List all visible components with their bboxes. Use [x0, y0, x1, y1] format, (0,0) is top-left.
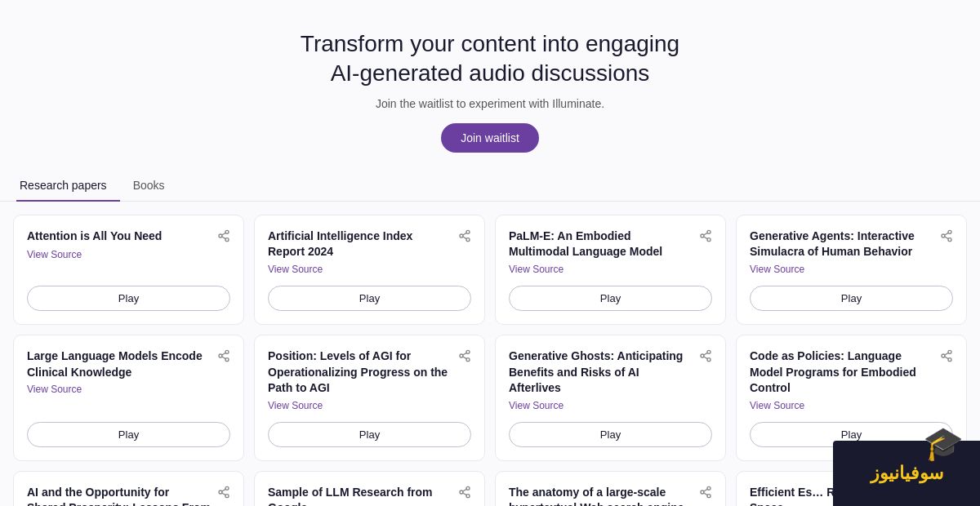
- tab-books[interactable]: Books: [120, 172, 178, 202]
- svg-line-3: [222, 237, 226, 239]
- view-source-link[interactable]: View Source: [750, 264, 804, 275]
- view-source-link[interactable]: View Source: [27, 384, 82, 395]
- share-icon[interactable]: [217, 486, 230, 502]
- card-item: Attention is All You Need View Source Pl…: [13, 215, 244, 325]
- svg-line-14: [704, 233, 708, 235]
- svg-line-9: [463, 233, 467, 235]
- view-source-link[interactable]: View Source: [509, 264, 564, 275]
- svg-line-39: [945, 353, 949, 355]
- tab-research-papers[interactable]: Research papers: [16, 172, 120, 202]
- card-title: AI and the Opportunity for Shared Prospe…: [27, 485, 211, 506]
- card-title: Position: Levels of AGI for Operationali…: [268, 348, 452, 397]
- tab-bar: Research papers Books: [0, 172, 980, 202]
- card-header: Artificial Intelligence Index Report 202…: [268, 229, 471, 260]
- svg-line-13: [704, 237, 708, 239]
- card-header: PaLM-E: An Embodied Multimodal Language …: [509, 229, 712, 260]
- card-item: The anatomy of a large-scale hypertextua…: [495, 471, 726, 506]
- card-header: Sample of LLM Research from Google: [268, 485, 471, 506]
- card-item: Generative Ghosts: Anticipating Benefits…: [495, 335, 726, 461]
- svg-line-8: [463, 237, 467, 239]
- share-icon[interactable]: [217, 229, 230, 246]
- svg-line-34: [704, 353, 708, 355]
- svg-line-48: [463, 493, 467, 495]
- svg-line-38: [945, 357, 949, 359]
- card-title: Generative Ghosts: Anticipating Benefits…: [509, 348, 693, 397]
- svg-line-49: [463, 489, 467, 491]
- card-title: Code as Policies: Language Model Program…: [750, 348, 933, 397]
- svg-line-33: [704, 357, 708, 359]
- share-icon[interactable]: [217, 349, 230, 366]
- svg-line-54: [704, 489, 708, 491]
- svg-line-24: [222, 353, 226, 355]
- card-item: Sample of LLM Research from Google View …: [254, 471, 485, 506]
- svg-line-18: [945, 237, 949, 239]
- graduation-hat-icon: 🎓: [923, 424, 964, 463]
- view-source-link[interactable]: View Source: [268, 400, 323, 411]
- play-button[interactable]: Play: [268, 422, 471, 447]
- card-title: PaLM-E: An Embodied Multimodal Language …: [509, 229, 693, 260]
- share-icon[interactable]: [458, 486, 471, 502]
- play-button[interactable]: Play: [509, 422, 712, 447]
- card-item: AI and the Opportunity for Shared Prospe…: [13, 471, 244, 506]
- card-item: Artificial Intelligence Index Report 202…: [254, 215, 485, 325]
- view-source-link[interactable]: View Source: [509, 400, 564, 411]
- view-source-link[interactable]: View Source: [27, 249, 82, 260]
- share-icon[interactable]: [699, 229, 712, 246]
- card-item: PaLM-E: An Embodied Multimodal Language …: [495, 215, 726, 325]
- card-header: AI and the Opportunity for Shared Prospe…: [27, 485, 230, 506]
- hero-section: Transform your content into engaging AI-…: [0, 0, 980, 172]
- card-item: Generative Agents: Interactive Simulacra…: [736, 215, 967, 325]
- watermark-text: سوفيانيوز: [871, 463, 943, 484]
- card-header: Generative Ghosts: Anticipating Benefits…: [509, 348, 712, 397]
- svg-line-43: [222, 493, 226, 495]
- card-header: Generative Agents: Interactive Simulacra…: [750, 229, 953, 260]
- play-button[interactable]: Play: [509, 286, 712, 311]
- share-icon[interactable]: [940, 229, 953, 246]
- card-title: Artificial Intelligence Index Report 202…: [268, 229, 452, 260]
- svg-line-44: [222, 489, 226, 491]
- svg-line-19: [945, 233, 949, 235]
- view-source-link[interactable]: View Source: [750, 400, 804, 411]
- share-icon[interactable]: [458, 229, 471, 246]
- card-title: The anatomy of a large-scale hypertextua…: [509, 485, 693, 506]
- share-icon[interactable]: [458, 349, 471, 366]
- svg-line-53: [704, 493, 708, 495]
- svg-line-4: [222, 233, 226, 235]
- svg-line-28: [463, 357, 467, 359]
- card-title: Generative Agents: Interactive Simulacra…: [750, 229, 933, 260]
- card-header: Attention is All You Need: [27, 229, 230, 246]
- card-title: Attention is All You Need: [27, 229, 211, 245]
- card-header: Position: Levels of AGI for Operationali…: [268, 348, 471, 397]
- card-item: Position: Levels of AGI for Operationali…: [254, 335, 485, 461]
- share-icon[interactable]: [699, 349, 712, 366]
- card-header: Large Language Models Encode Clinical Kn…: [27, 348, 230, 380]
- play-button[interactable]: Play: [268, 286, 471, 311]
- card-title: Large Language Models Encode Clinical Kn…: [27, 348, 211, 380]
- watermark-overlay: 🎓 سوفيانيوز: [833, 441, 980, 506]
- card-header: Code as Policies: Language Model Program…: [750, 348, 953, 397]
- hero-title: Transform your content into engaging AI-…: [286, 29, 694, 89]
- svg-line-29: [463, 353, 467, 355]
- card-item: Large Language Models Encode Clinical Kn…: [13, 335, 244, 461]
- play-button[interactable]: Play: [750, 286, 953, 311]
- card-title: Sample of LLM Research from Google: [268, 485, 452, 506]
- join-waitlist-button[interactable]: Join waitlist: [441, 123, 539, 153]
- play-button[interactable]: Play: [27, 422, 230, 447]
- view-source-link[interactable]: View Source: [268, 264, 323, 275]
- play-button[interactable]: Play: [27, 286, 230, 311]
- svg-line-23: [222, 357, 226, 359]
- share-icon[interactable]: [940, 349, 953, 366]
- share-icon[interactable]: [699, 486, 712, 502]
- card-header: The anatomy of a large-scale hypertextua…: [509, 485, 712, 506]
- hero-subtitle: Join the waitlist to experiment with Ill…: [16, 97, 964, 110]
